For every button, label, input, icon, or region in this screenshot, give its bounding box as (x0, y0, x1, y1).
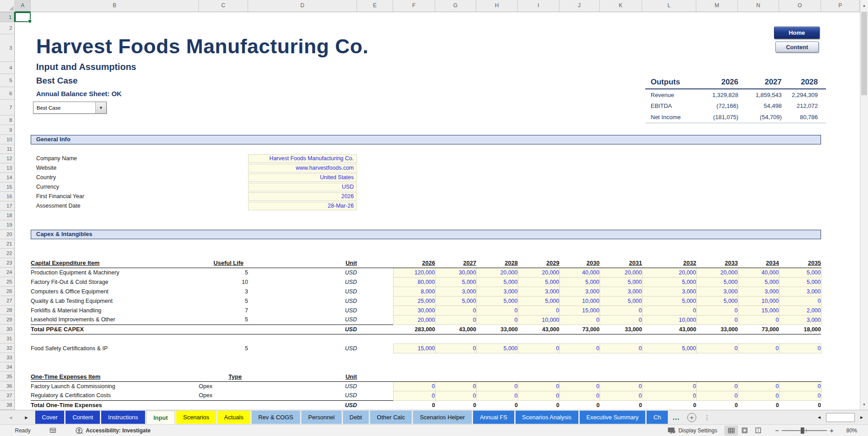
input-cell[interactable]: 0 (738, 391, 779, 400)
chevron-down-icon[interactable]: ▼ (95, 102, 106, 113)
row-header[interactable]: 30 (0, 325, 15, 334)
input-cell[interactable]: 0 (435, 381, 476, 391)
input-cell[interactable]: 5,000 (642, 344, 696, 353)
input-cell[interactable]: 5,000 (518, 296, 559, 306)
row-header[interactable]: 2 (0, 22, 15, 34)
input-cell[interactable]: 5,000 (779, 268, 821, 277)
input-cell[interactable]: 0 (559, 381, 600, 391)
column-header[interactable]: A (15, 0, 31, 12)
row-header[interactable]: 35 (0, 372, 15, 381)
sheet-tab[interactable]: Executive Summary (580, 411, 646, 424)
input-cell[interactable]: 5,000 (476, 296, 518, 306)
input-cell[interactable]: 0 (435, 391, 476, 400)
row-header[interactable]: 22 (0, 249, 15, 258)
input-cell[interactable]: 5,000 (559, 277, 600, 287)
input-cell[interactable]: 0 (518, 391, 559, 400)
row-header[interactable]: 4 (0, 62, 15, 74)
input-cell[interactable]: 0 (696, 315, 738, 325)
row-header[interactable]: 17 (0, 201, 15, 211)
zoom-level[interactable]: 80% (836, 427, 857, 434)
input-cell[interactable]: 20,000 (696, 268, 738, 277)
input-cell[interactable]: 3,000 (435, 287, 476, 296)
column-header[interactable]: B (31, 0, 199, 12)
field-input-cell[interactable]: United States (248, 173, 357, 182)
input-cell[interactable]: 3,000 (476, 287, 518, 296)
input-cell[interactable]: 0 (476, 315, 518, 325)
row-header[interactable]: 21 (0, 239, 15, 249)
row-header[interactable]: 33 (0, 353, 15, 362)
input-cell[interactable]: 5,000 (779, 277, 821, 287)
row-header[interactable]: 34 (0, 362, 15, 372)
input-cell[interactable]: 0 (642, 306, 696, 315)
input-cell[interactable]: 0 (518, 306, 559, 315)
macro-record-icon[interactable] (50, 427, 56, 433)
row-header[interactable]: 6 (0, 87, 15, 100)
input-cell[interactable]: 15,000 (738, 306, 779, 315)
field-input-cell[interactable]: USD (248, 183, 357, 191)
input-cell[interactable]: 5,000 (435, 277, 476, 287)
row-header[interactable]: 3 (0, 34, 15, 62)
input-cell[interactable]: 30,000 (435, 268, 476, 277)
input-cell[interactable]: 0 (476, 306, 518, 315)
row-header[interactable]: 38 (0, 400, 15, 410)
row-header[interactable]: 9 (0, 125, 15, 135)
sheet-tab[interactable]: Debt (343, 411, 369, 424)
sheet-tab[interactable]: Scenarios Analysis (516, 411, 578, 424)
hscroll-left-icon[interactable]: ◄ (814, 412, 824, 423)
input-cell[interactable]: 0 (600, 391, 642, 400)
input-cell[interactable]: 0 (738, 381, 779, 391)
input-cell[interactable]: 0 (476, 391, 518, 400)
column-header[interactable]: O (779, 0, 821, 12)
home-button[interactable]: Home (774, 27, 820, 39)
scroll-down-icon[interactable]: ▼ (860, 399, 868, 410)
scenario-dropdown[interactable]: Best Case ▼ (33, 102, 107, 114)
input-cell[interactable]: 2,000 (779, 306, 821, 315)
field-input-cell[interactable]: Harvest Foods Manufacturing Co. (248, 154, 357, 163)
input-cell[interactable]: 0 (779, 391, 821, 400)
sheet-tab[interactable]: Ch (647, 411, 668, 424)
input-cell[interactable]: 0 (559, 391, 600, 400)
zoom-slider[interactable] (782, 430, 827, 431)
horizontal-scroll-thumb[interactable] (826, 413, 855, 422)
zoom-in-icon[interactable]: + (827, 427, 836, 434)
input-cell[interactable]: 5,000 (738, 277, 779, 287)
input-cell[interactable]: 0 (738, 344, 779, 353)
input-cell[interactable]: 0 (393, 381, 435, 391)
row-header[interactable]: 16 (0, 192, 15, 201)
vertical-scroll-thumb[interactable] (861, 12, 867, 95)
input-cell[interactable]: 40,000 (738, 268, 779, 277)
sheet-tab[interactable]: Rev & COGS (252, 411, 300, 424)
column-header[interactable]: D (248, 0, 357, 12)
input-cell[interactable]: 3,000 (696, 287, 738, 296)
column-header[interactable]: J (559, 0, 600, 12)
input-cell[interactable]: 0 (696, 391, 738, 400)
input-cell[interactable]: 15,000 (559, 306, 600, 315)
column-header[interactable]: I (518, 0, 559, 12)
sheet-tab[interactable]: Other Calc (370, 411, 412, 424)
sheet-tab[interactable]: Instructions (101, 411, 145, 424)
display-settings-button[interactable]: Display Settings (668, 427, 717, 434)
field-input-cell[interactable]: www.harvestfoods.com (248, 164, 357, 172)
scroll-up-icon[interactable]: ▲ (860, 0, 868, 11)
column-header[interactable]: C (199, 0, 248, 12)
input-cell[interactable]: 0 (738, 315, 779, 325)
input-cell[interactable]: 0 (518, 344, 559, 353)
input-cell[interactable]: 0 (696, 344, 738, 353)
row-header[interactable]: 13 (0, 163, 15, 173)
row-header[interactable]: 18 (0, 211, 15, 220)
row-header[interactable]: 19 (0, 220, 15, 230)
tab-overflow-dots[interactable]: … (672, 413, 680, 422)
row-header[interactable]: 20 (0, 230, 15, 239)
column-header[interactable]: K (600, 0, 642, 12)
input-cell[interactable]: 20,000 (476, 268, 518, 277)
sheet-tab[interactable]: Content (66, 411, 100, 424)
input-cell[interactable]: 10,000 (518, 315, 559, 325)
input-cell[interactable]: 0 (642, 381, 696, 391)
input-cell[interactable]: 3,000 (738, 287, 779, 296)
input-cell[interactable]: 3,000 (779, 287, 821, 296)
worksheet[interactable]: Harvest Foods Manufacturing Co. Input an… (15, 12, 860, 410)
row-header[interactable]: 23 (0, 258, 15, 268)
input-cell[interactable]: 3,000 (559, 287, 600, 296)
column-header[interactable]: P (821, 0, 860, 12)
column-header[interactable]: N (738, 0, 779, 12)
